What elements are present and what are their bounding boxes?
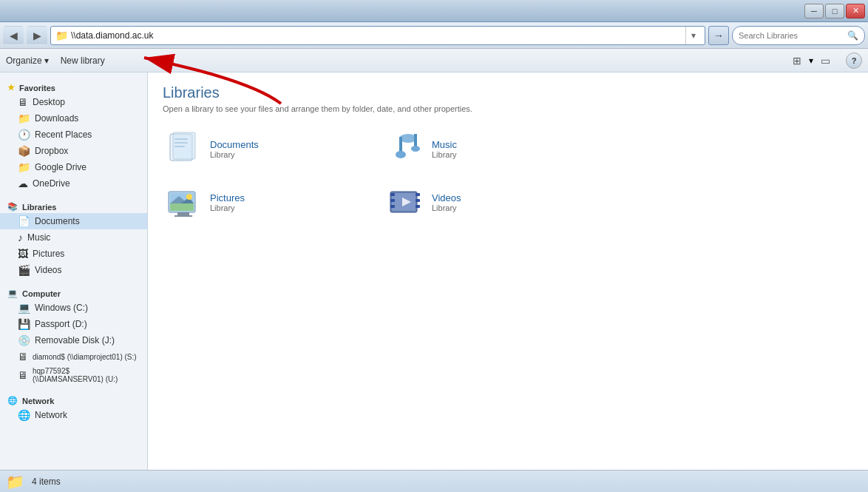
go-button[interactable]: → bbox=[708, 26, 729, 45]
status-bar: 📁 4 items bbox=[0, 470, 868, 492]
sidebar-network-header: 🌐 Network bbox=[0, 391, 147, 407]
downloads-icon: 📁 bbox=[18, 112, 30, 124]
sidebar-item-removable-j[interactable]: 💿 Removable Disk (J:) bbox=[0, 332, 147, 348]
organize-button[interactable]: Organize ▾ bbox=[6, 55, 49, 66]
music-lib-name: Music bbox=[432, 139, 457, 150]
sidebar-item-lib-videos-label: Videos bbox=[35, 265, 61, 275]
view-toggle-button[interactable]: ⊞ bbox=[788, 53, 806, 69]
lib-pictures-icon: 🖼 bbox=[18, 248, 28, 260]
sidebar-item-dropbox[interactable]: 📦 Dropbox bbox=[0, 143, 147, 159]
minimize-button[interactable]: ─ bbox=[804, 4, 824, 18]
pictures-lib-type: Library bbox=[210, 203, 245, 212]
main-layout: ★ Favorites 🖥 Desktop 📁 Downloads 🕐 Rece… bbox=[0, 73, 868, 470]
title-bar: ─ □ ✕ bbox=[0, 0, 868, 22]
close-button[interactable]: ✕ bbox=[846, 4, 865, 18]
title-bar-buttons: ─ □ ✕ bbox=[804, 4, 865, 18]
view-dropdown-icon: ▾ bbox=[809, 55, 813, 66]
address-dropdown-button[interactable]: ▾ bbox=[685, 27, 700, 44]
help-button[interactable]: ? bbox=[846, 53, 862, 69]
svg-rect-6 bbox=[173, 132, 195, 159]
status-folder-icon: 📁 bbox=[6, 473, 24, 491]
new-library-button[interactable]: New library bbox=[61, 55, 105, 66]
diamonds-s-icon: 🖥 bbox=[18, 351, 28, 363]
music-library-info: Music Library bbox=[432, 139, 457, 159]
library-item-videos[interactable]: Videos Library bbox=[384, 181, 577, 223]
music-lib-type: Library bbox=[432, 150, 457, 159]
separator-1 bbox=[0, 192, 147, 198]
svg-point-11 bbox=[411, 146, 420, 152]
sidebar-item-passport-d-label: Passport (D:) bbox=[35, 319, 87, 329]
sidebar-item-diamonds-s[interactable]: 🖥 diamond$ (\\diamproject01) (S:) bbox=[0, 348, 147, 365]
sidebar-item-desktop[interactable]: 🖥 Desktop bbox=[0, 94, 147, 110]
svg-rect-17 bbox=[170, 203, 194, 211]
sidebar-item-onedrive[interactable]: ☁ OneDrive bbox=[0, 175, 147, 192]
network-icon: 🌐 bbox=[18, 409, 30, 421]
toolbar: ◀ ▶ 📁 \\data.diamond.ac.uk ▾ → 🔍 bbox=[0, 22, 868, 49]
sidebar-item-google-drive[interactable]: 📁 Google Drive bbox=[0, 159, 147, 175]
library-grid: Documents Library Music L bbox=[163, 128, 853, 223]
preview-pane-button[interactable]: ▭ bbox=[816, 53, 834, 69]
address-bar[interactable]: 📁 \\data.diamond.ac.uk ▾ bbox=[50, 26, 705, 45]
videos-lib-name: Videos bbox=[432, 192, 461, 203]
sidebar-item-passport-d[interactable]: 💾 Passport (D:) bbox=[0, 316, 147, 332]
sidebar-item-downloads-label: Downloads bbox=[35, 113, 78, 124]
svg-rect-26 bbox=[416, 193, 420, 196]
pictures-lib-name: Pictures bbox=[210, 192, 245, 203]
sidebar-item-libraries-videos[interactable]: 🎬 Videos bbox=[0, 262, 147, 278]
sidebar-item-hqp-u[interactable]: 🖥 hqp77592$ (\\DIAMSANSERV01) (U:) bbox=[0, 365, 147, 385]
sidebar-item-libraries-music[interactable]: ♪ Music bbox=[0, 229, 147, 246]
libraries-header-icon: 📚 bbox=[7, 202, 18, 212]
hqp-u-icon: 🖥 bbox=[18, 369, 28, 381]
passport-d-icon: 💾 bbox=[18, 318, 30, 330]
sidebar-item-windows-c-label: Windows (C:) bbox=[35, 303, 88, 313]
svg-rect-19 bbox=[177, 212, 189, 215]
library-item-documents[interactable]: Documents Library bbox=[163, 128, 355, 169]
documents-lib-name: Documents bbox=[210, 139, 259, 150]
sidebar-item-libraries-pictures[interactable]: 🖼 Pictures bbox=[0, 246, 147, 262]
content-area: Libraries Open a library to see your fil… bbox=[148, 73, 868, 470]
documents-library-info: Documents Library bbox=[210, 139, 259, 159]
videos-library-icon bbox=[387, 184, 423, 220]
desktop-icon: 🖥 bbox=[18, 96, 28, 108]
sidebar-computer-header: 💻 Computer bbox=[0, 284, 147, 300]
library-item-music[interactable]: Music Library bbox=[384, 128, 577, 169]
library-item-pictures[interactable]: Pictures Library bbox=[163, 181, 355, 223]
lib-music-icon: ♪ bbox=[18, 232, 23, 243]
computer-header-icon: 💻 bbox=[7, 289, 18, 298]
svg-rect-20 bbox=[174, 215, 192, 217]
search-icon: 🔍 bbox=[847, 30, 858, 41]
sidebar-item-removable-j-label: Removable Disk (J:) bbox=[35, 335, 115, 346]
pictures-library-info: Pictures Library bbox=[210, 192, 245, 212]
network-header-icon: 🌐 bbox=[7, 396, 18, 405]
sidebar-item-network[interactable]: 🌐 Network bbox=[0, 407, 147, 423]
address-text: \\data.diamond.ac.uk bbox=[71, 30, 685, 41]
dropbox-icon: 📦 bbox=[18, 145, 30, 157]
removable-j-icon: 💿 bbox=[18, 334, 30, 346]
onedrive-icon: ☁ bbox=[18, 178, 28, 189]
pictures-library-icon bbox=[166, 184, 201, 220]
search-box[interactable]: 🔍 bbox=[732, 26, 865, 45]
status-text: 4 items bbox=[32, 476, 61, 487]
back-button[interactable]: ◀ bbox=[3, 26, 24, 45]
sidebar-item-lib-pictures-label: Pictures bbox=[33, 249, 64, 259]
svg-rect-27 bbox=[416, 199, 420, 202]
svg-point-18 bbox=[186, 194, 192, 200]
videos-lib-type: Library bbox=[432, 203, 461, 212]
sidebar-item-network-label: Network bbox=[35, 410, 67, 420]
sidebar-item-libraries-documents[interactable]: 📄 Documents bbox=[0, 213, 147, 229]
maximize-button[interactable]: □ bbox=[825, 4, 844, 18]
documents-library-icon bbox=[166, 131, 201, 166]
star-icon: ★ bbox=[7, 83, 15, 92]
search-input[interactable] bbox=[739, 31, 844, 40]
sidebar-item-lib-music-label: Music bbox=[27, 232, 50, 243]
svg-rect-24 bbox=[390, 199, 395, 202]
separator-3 bbox=[0, 385, 147, 391]
forward-button[interactable]: ▶ bbox=[27, 26, 47, 45]
sidebar-item-recent-places[interactable]: 🕐 Recent Places bbox=[0, 127, 147, 143]
separator-2 bbox=[0, 278, 147, 284]
sidebar: ★ Favorites 🖥 Desktop 📁 Downloads 🕐 Rece… bbox=[0, 73, 148, 470]
address-folder-icon: 📁 bbox=[55, 30, 68, 41]
sidebar-item-onedrive-label: OneDrive bbox=[33, 178, 70, 189]
sidebar-item-downloads[interactable]: 📁 Downloads bbox=[0, 110, 147, 127]
sidebar-item-windows-c[interactable]: 💻 Windows (C:) bbox=[0, 300, 147, 316]
